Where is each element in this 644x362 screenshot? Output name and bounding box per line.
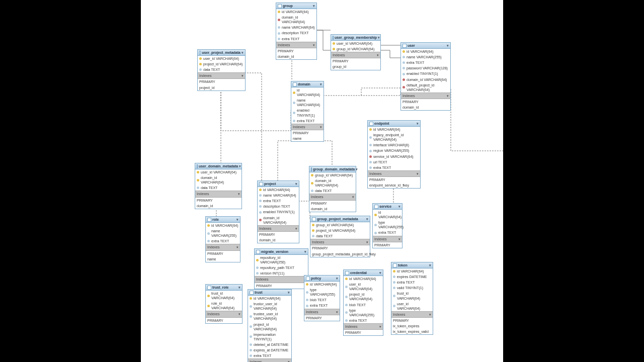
index-item[interactable]: PRIMARY <box>304 315 340 321</box>
column[interactable]: extra TEXT <box>248 353 291 358</box>
column[interactable]: id VARCHAR(64) <box>291 87 324 98</box>
table-header[interactable]: user▾ <box>401 43 450 49</box>
column[interactable]: role_id VARCHAR(64) <box>206 301 242 311</box>
indexes-section[interactable]: Indexes▾ <box>310 239 370 245</box>
column[interactable]: blob TEXT <box>344 302 383 308</box>
column[interactable]: description TEXT <box>276 30 316 36</box>
column[interactable]: user_id VARCHAR(64) <box>198 56 245 61</box>
column[interactable]: id VARCHAR(64) <box>401 49 450 54</box>
table-endpoint[interactable]: endpoint▾id VARCHAR(64)legacy_endpoint_i… <box>367 120 421 189</box>
table-header[interactable]: endpoint▾ <box>368 121 420 127</box>
column[interactable]: name VARCHAR(255) <box>401 54 450 60</box>
chevron-down-icon[interactable]: ▾ <box>352 195 354 199</box>
column[interactable]: deleted_at DATETIME <box>248 342 291 347</box>
chevron-down-icon[interactable]: ▾ <box>429 263 431 267</box>
index-item[interactable]: PRIMARY <box>344 330 383 335</box>
column[interactable]: extra TEXT <box>206 238 240 244</box>
table-user_domain_metadata[interactable]: user_domain_metadata▾user_id VARCHAR(64)… <box>195 163 242 209</box>
column[interactable]: expires DATETIME <box>391 274 433 280</box>
chevron-down-icon[interactable]: ▾ <box>366 240 368 244</box>
column[interactable]: trustee_user_id VARCHAR(64) <box>248 311 291 321</box>
chevron-down-icon[interactable]: ▾ <box>417 171 419 176</box>
column[interactable]: group_id VARCHAR(64) <box>331 46 380 52</box>
index-item[interactable]: PRIMARY <box>195 198 242 203</box>
column[interactable]: id VARCHAR(64) <box>373 210 402 220</box>
index-item[interactable]: PRIMARY <box>255 283 308 289</box>
table-header[interactable]: migrate_version▾ <box>255 249 308 255</box>
index-item[interactable]: endpoint_service_id_fkey <box>368 183 420 188</box>
column[interactable]: id VARCHAR(64) <box>206 223 240 228</box>
chevron-down-icon[interactable]: ▾ <box>295 226 297 231</box>
table-project[interactable]: project▾id VARCHAR(64)name VARCHAR(64)ex… <box>257 180 299 243</box>
indexes-section[interactable]: Indexes▾ <box>373 236 402 242</box>
indexes-section[interactable]: Indexes▾ <box>309 194 356 200</box>
column[interactable]: password VARCHAR(128) <box>401 65 450 71</box>
column[interactable]: enabled TINYINT(1) <box>258 209 299 215</box>
column[interactable]: extra TEXT <box>401 60 450 65</box>
chevron-down-icon[interactable]: ▾ <box>379 324 381 329</box>
index-item[interactable]: domain_id <box>195 203 242 209</box>
column[interactable]: repository_path TEXT <box>255 265 308 270</box>
indexes-section[interactable]: Indexes▾ <box>291 124 324 130</box>
chevron-down-icon[interactable]: ▾ <box>447 94 449 98</box>
table-user_group_membership[interactable]: user_group_membership▾user_id VARCHAR(64… <box>331 34 381 70</box>
chevron-down-icon[interactable]: ▾ <box>447 43 449 48</box>
column[interactable]: extra TEXT <box>344 318 383 323</box>
column[interactable]: id VARCHAR(64) <box>344 276 383 282</box>
table-user_project_metadata[interactable]: user_project_metadata▾user_id VARCHAR(64… <box>197 49 246 91</box>
table-header[interactable]: user_group_membership▾ <box>331 35 380 41</box>
chevron-down-icon[interactable]: ▾ <box>242 73 244 78</box>
column[interactable]: project_id VARCHAR(64) <box>310 228 370 233</box>
indexes-section[interactable]: Indexes▾ <box>304 309 340 315</box>
column[interactable]: domain_id VARCHAR(64) <box>276 15 316 25</box>
index-item[interactable]: PRIMARY <box>401 99 450 105</box>
column[interactable]: expires_at DATETIME <box>248 347 291 353</box>
column[interactable]: repository_id VARCHAR(250) <box>255 255 308 265</box>
table-header[interactable]: policy▾ <box>304 276 340 282</box>
column[interactable]: domain_id VARCHAR(64) <box>258 215 299 225</box>
table-trust[interactable]: trust▾id VARCHAR(64)trustor_user_id VARC… <box>248 289 292 362</box>
index-item[interactable]: PRIMARY <box>258 232 299 237</box>
column[interactable]: domain_id VARCHAR(64) <box>309 178 356 188</box>
column[interactable]: group_id VARCHAR(64) <box>310 222 370 228</box>
indexes-section[interactable]: Indexes▾ <box>276 42 316 48</box>
column[interactable]: user_id VARCHAR(64) <box>391 301 433 311</box>
chevron-down-icon[interactable]: ▾ <box>288 359 290 362</box>
index-item[interactable]: group_project_metadata_project_id_fkey <box>310 251 370 257</box>
table-trust_role[interactable]: trust_role▾trust_id VARCHAR(64)role_id V… <box>205 284 243 324</box>
index-item[interactable]: group_id <box>331 64 380 69</box>
index-item[interactable]: PRIMARY <box>206 251 240 256</box>
chevron-down-icon[interactable]: ▾ <box>417 121 419 126</box>
indexes-section[interactable]: Indexes▾ <box>344 323 383 330</box>
chevron-down-icon[interactable]: ▾ <box>398 204 400 209</box>
indexes-section[interactable]: Indexes▾ <box>368 170 420 177</box>
chevron-down-icon[interactable]: ▾ <box>313 43 315 47</box>
table-header[interactable]: trust_role▾ <box>206 285 242 291</box>
table-header[interactable]: user_project_metadata▾ <box>198 50 245 56</box>
column[interactable]: id VARCHAR(64) <box>258 187 299 193</box>
column[interactable]: name VARCHAR(255) <box>206 228 240 238</box>
table-group_domain_metadata[interactable]: group_domain_metadata▾group_id VARCHAR(6… <box>309 166 356 212</box>
indexes-section[interactable]: Indexes▾ <box>206 311 242 317</box>
chevron-down-icon[interactable]: ▾ <box>429 312 431 317</box>
column[interactable]: data TEXT <box>195 185 242 191</box>
index-item[interactable]: domain_id <box>401 105 450 110</box>
index-item[interactable]: domain_id <box>276 54 316 59</box>
index-item[interactable]: ix_token_expires <box>391 323 433 329</box>
indexes-section[interactable]: Indexes▾ <box>255 276 308 283</box>
column[interactable]: interface VARCHAR(8) <box>368 142 420 148</box>
indexes-section[interactable]: Indexes▾ <box>331 52 380 58</box>
index-item[interactable]: PRIMARY <box>368 177 420 183</box>
column[interactable]: trust_id VARCHAR(64) <box>391 291 433 301</box>
table-group[interactable]: group▾id VARCHAR(64)domain_id VARCHAR(64… <box>276 3 317 60</box>
column[interactable]: valid TINYINT(1) <box>391 285 433 291</box>
column[interactable]: id VARCHAR(64) <box>368 127 420 132</box>
table-header[interactable]: user_domain_metadata▾ <box>195 163 242 169</box>
chevron-down-icon[interactable]: ▾ <box>356 167 358 171</box>
column[interactable]: id VARCHAR(64) <box>304 282 340 287</box>
column[interactable]: impersonation TINYINT(1) <box>248 332 291 342</box>
chevron-down-icon[interactable]: ▾ <box>378 35 380 40</box>
column[interactable]: domain_id VARCHAR(64) <box>401 77 450 82</box>
chevron-down-icon[interactable]: ▾ <box>336 310 338 314</box>
column[interactable]: extra TEXT <box>258 198 299 204</box>
